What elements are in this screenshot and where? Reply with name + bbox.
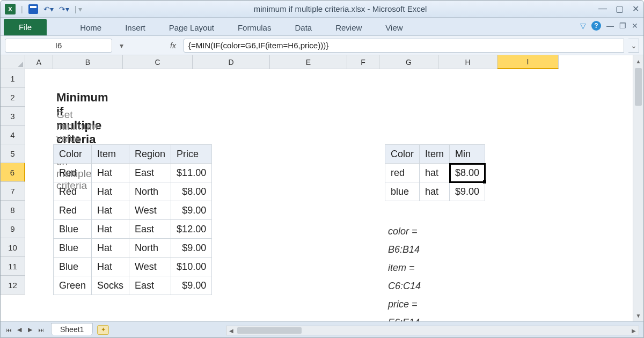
- sheet-prev-icon[interactable]: ◀: [14, 325, 24, 335]
- table-row: RedHatWest$9.00: [54, 201, 212, 220]
- qat-divider: | ▾: [75, 5, 83, 13]
- table-cell[interactable]: hat: [420, 182, 450, 201]
- scroll-thumb[interactable]: [237, 327, 302, 334]
- column-header[interactable]: C: [123, 55, 193, 69]
- name-box-dropdown-icon[interactable]: ▾: [116, 41, 126, 50]
- tab-insert[interactable]: Insert: [113, 20, 157, 35]
- row-header[interactable]: 2: [1, 88, 25, 107]
- sheet-tab-active[interactable]: Sheet1: [51, 323, 93, 335]
- formula-expand-icon[interactable]: ⌄: [628, 39, 639, 53]
- table-cell[interactable]: Hat: [92, 201, 129, 220]
- scroll-down-icon[interactable]: ▼: [633, 311, 643, 320]
- window-controls: ― ▢ ✕: [598, 4, 639, 14]
- table-cell[interactable]: Red: [54, 201, 92, 220]
- tab-page-layout[interactable]: Page Layout: [157, 20, 226, 35]
- table-cell[interactable]: Blue: [54, 239, 92, 258]
- table-cell[interactable]: $11.00: [171, 164, 212, 182]
- tab-data[interactable]: Data: [283, 20, 324, 35]
- table-cell[interactable]: Blue: [54, 220, 92, 239]
- row-header[interactable]: 12: [1, 276, 25, 295]
- column-header[interactable]: H: [438, 55, 497, 69]
- table-cell[interactable]: $8.00: [171, 182, 212, 201]
- column-header[interactable]: B: [53, 55, 123, 69]
- tab-home[interactable]: Home: [68, 20, 113, 35]
- row-header[interactable]: 3: [1, 107, 25, 126]
- row-header[interactable]: 7: [1, 182, 25, 201]
- table-cell[interactable]: West: [129, 258, 171, 276]
- worksheet-grid[interactable]: ABCDEFGHI 123456789101112 Minimum if mul…: [1, 55, 643, 321]
- formula-input[interactable]: {=MIN(IF(color=G6,IF(item=H6,price)))}: [184, 39, 624, 53]
- sheet-first-icon[interactable]: ⏮: [4, 325, 13, 335]
- row-header[interactable]: 5: [1, 144, 25, 163]
- table-cell[interactable]: East: [129, 276, 171, 295]
- column-header[interactable]: E: [270, 55, 347, 69]
- table-cell[interactable]: $9.00: [171, 276, 212, 295]
- scroll-thumb[interactable]: [635, 68, 642, 106]
- vertical-scrollbar[interactable]: ▲ ▼: [633, 55, 643, 321]
- row-header[interactable]: 1: [1, 69, 25, 88]
- table-cell[interactable]: Hat: [92, 220, 129, 239]
- tab-review[interactable]: Review: [324, 20, 374, 35]
- table-cell[interactable]: East: [129, 220, 171, 239]
- table-cell[interactable]: Hat: [92, 164, 129, 182]
- new-sheet-icon[interactable]: ✦: [97, 325, 109, 335]
- tab-file[interactable]: File: [4, 19, 47, 35]
- window-restore-icon[interactable]: ❐: [619, 21, 626, 30]
- ribbon-minimize-icon[interactable]: ▽: [580, 21, 586, 30]
- tab-formulas[interactable]: Formulas: [226, 20, 283, 35]
- help-icon[interactable]: ?: [591, 21, 601, 31]
- undo-icon[interactable]: ↶▾: [43, 5, 54, 13]
- row-header[interactable]: 6: [1, 163, 25, 182]
- table-cell[interactable]: $10.00: [171, 258, 212, 276]
- table-cell[interactable]: North: [129, 182, 171, 201]
- fx-icon[interactable]: fx: [167, 41, 179, 50]
- row-header[interactable]: 9: [1, 219, 25, 238]
- table-cell[interactable]: West: [129, 201, 171, 220]
- table-cell[interactable]: red: [385, 164, 420, 182]
- column-header[interactable]: F: [347, 55, 379, 69]
- table-cell[interactable]: Red: [54, 182, 92, 201]
- table-cell[interactable]: Socks: [92, 276, 129, 295]
- row-header[interactable]: 4: [1, 126, 25, 144]
- table-cell[interactable]: $9.00: [450, 182, 485, 201]
- scroll-right-icon[interactable]: ▶: [629, 328, 639, 334]
- select-all-corner[interactable]: [1, 55, 25, 69]
- redo-icon[interactable]: ↷▾: [59, 5, 69, 13]
- table-cell[interactable]: $8.00: [450, 164, 485, 182]
- window-close-icon[interactable]: ✕: [632, 21, 638, 30]
- scroll-up-icon[interactable]: ▲: [633, 56, 643, 66]
- save-icon[interactable]: [28, 4, 38, 14]
- row-header[interactable]: 10: [1, 238, 25, 257]
- horizontal-scrollbar[interactable]: ◀ ▶: [226, 326, 639, 335]
- maximize-icon[interactable]: ▢: [616, 4, 624, 14]
- column-header[interactable]: G: [379, 55, 438, 69]
- table-row: BlueHatWest$10.00: [54, 258, 212, 276]
- table-cell[interactable]: Green: [54, 276, 92, 295]
- sheet-last-icon[interactable]: ⏭: [36, 325, 46, 335]
- table-cell[interactable]: Hat: [92, 182, 129, 201]
- table-cell[interactable]: hat: [420, 164, 450, 182]
- name-box[interactable]: I6: [5, 39, 112, 53]
- table-cell[interactable]: $9.00: [171, 201, 212, 220]
- table-cell[interactable]: East: [129, 164, 171, 182]
- row-header[interactable]: 11: [1, 257, 25, 276]
- table-cell[interactable]: Hat: [92, 258, 129, 276]
- minimize-icon[interactable]: ―: [598, 4, 607, 14]
- table-cell[interactable]: North: [129, 239, 171, 258]
- sheet-next-icon[interactable]: ▶: [25, 325, 35, 335]
- table-cell[interactable]: Hat: [92, 239, 129, 258]
- scroll-left-icon[interactable]: ◀: [226, 328, 236, 334]
- table-cell[interactable]: blue: [385, 182, 420, 201]
- column-header[interactable]: I: [497, 55, 559, 69]
- column-header[interactable]: A: [25, 55, 53, 69]
- close-icon[interactable]: ✕: [632, 4, 639, 14]
- table-cell[interactable]: $9.00: [171, 239, 212, 258]
- ribbon: File Home Insert Page Layout Formulas Da…: [1, 18, 643, 36]
- table-cell[interactable]: $12.00: [171, 220, 212, 239]
- column-header[interactable]: D: [193, 55, 270, 69]
- table-cell[interactable]: Red: [54, 164, 92, 182]
- window-min-icon[interactable]: ―: [606, 21, 614, 30]
- tab-view[interactable]: View: [374, 20, 414, 35]
- row-header[interactable]: 8: [1, 201, 25, 219]
- table-cell[interactable]: Blue: [54, 258, 92, 276]
